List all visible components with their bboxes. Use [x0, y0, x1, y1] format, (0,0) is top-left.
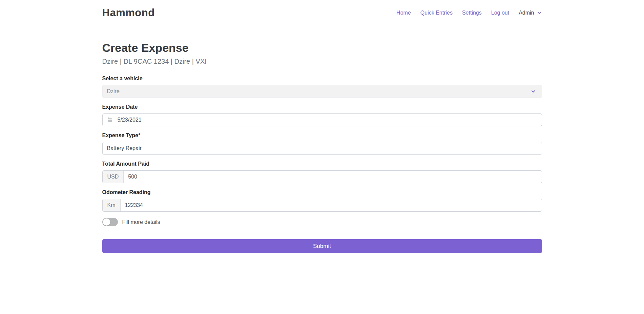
odometer-input[interactable]: [121, 199, 542, 211]
currency-prefix: USD: [103, 171, 124, 183]
top-navbar: Hammond Home Quick Entries Settings Log …: [0, 0, 644, 26]
page-title: Create Expense: [102, 41, 542, 55]
toggle-knob: [103, 218, 110, 226]
calendar-icon: [107, 117, 112, 123]
vehicle-field-group: Select a vehicle Dzire: [102, 76, 542, 98]
total-amount-field-group: Total Amount Paid USD: [102, 161, 542, 183]
nav-link-home[interactable]: Home: [396, 10, 411, 16]
nav-link-quick-entries[interactable]: Quick Entries: [420, 10, 453, 16]
total-amount-label: Total Amount Paid: [102, 161, 542, 167]
odometer-label: Odometer Reading: [102, 189, 542, 195]
vehicle-select[interactable]: Dzire: [102, 85, 542, 98]
fill-more-details-label: Fill more details: [122, 219, 160, 225]
brand-logo[interactable]: Hammond: [102, 7, 155, 19]
distance-unit-prefix: Km: [103, 199, 121, 211]
fill-more-details-toggle[interactable]: [102, 218, 118, 226]
user-menu-label: Admin: [519, 10, 534, 16]
fill-more-details-row: Fill more details: [102, 218, 542, 226]
total-amount-input[interactable]: [124, 171, 541, 183]
vehicle-select-value: Dzire: [107, 88, 120, 95]
expense-date-input[interactable]: [102, 113, 542, 126]
expense-type-label: Expense Type*: [102, 132, 542, 139]
vehicle-summary: Dzire | DL 9CAC 1234 | Dzire | VXI: [102, 58, 542, 65]
user-menu[interactable]: Admin: [519, 10, 542, 16]
expense-date-field-group: Expense Date: [102, 104, 542, 126]
page-header: Create Expense Dzire | DL 9CAC 1234 | Dz…: [102, 41, 542, 65]
chevron-down-icon: [531, 89, 536, 94]
chevron-down-icon: [537, 10, 542, 16]
nav-link-logout[interactable]: Log out: [491, 10, 509, 16]
submit-button[interactable]: Submit: [102, 239, 542, 253]
odometer-field-group: Odometer Reading Km: [102, 189, 542, 212]
expense-type-input[interactable]: [102, 142, 542, 155]
expense-type-field-group: Expense Type*: [102, 132, 542, 155]
main-content: Create Expense Dzire | DL 9CAC 1234 | Dz…: [102, 41, 542, 253]
vehicle-select-label: Select a vehicle: [102, 76, 542, 82]
create-expense-form: Select a vehicle Dzire Expense Date Expe…: [102, 76, 542, 253]
nav-links: Home Quick Entries Settings Log out Admi…: [396, 10, 542, 16]
expense-date-label: Expense Date: [102, 104, 542, 110]
nav-link-settings[interactable]: Settings: [462, 10, 482, 16]
